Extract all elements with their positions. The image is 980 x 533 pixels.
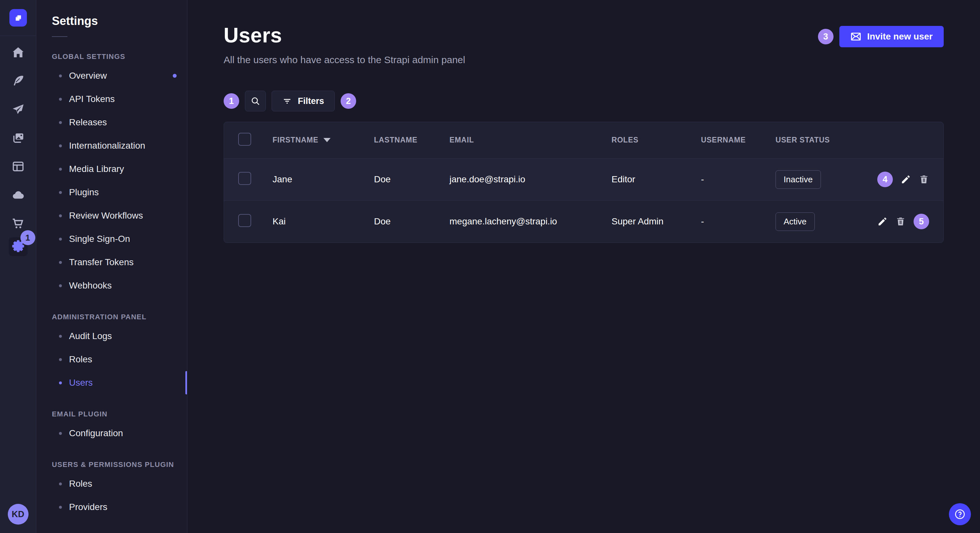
subnav-item-up-roles[interactable]: Roles: [36, 472, 187, 495]
bullet-dot: [59, 214, 62, 217]
subnav-item-admin-roles[interactable]: Roles: [36, 348, 187, 371]
help-question-icon: [954, 508, 966, 520]
delete-user-button[interactable]: [896, 216, 906, 227]
cell-username: -: [688, 159, 762, 200]
sort-caret-down-icon[interactable]: [323, 138, 331, 142]
subnav-item-audit-logs[interactable]: Audit Logs: [36, 324, 187, 348]
annotation-badge-1: 1: [224, 93, 239, 109]
content-manager-button[interactable]: [9, 160, 27, 173]
cell-roles: Editor: [598, 159, 688, 200]
annotation-badge-5: 5: [913, 214, 929, 229]
settings-subnav: Settings GLOBAL SETTINGS Overview API To…: [36, 0, 187, 533]
marketplace-button[interactable]: [9, 217, 27, 230]
cell-firstname: Jane: [259, 159, 361, 200]
annotation-badge-4: 4: [877, 171, 893, 187]
subnav-item-overview[interactable]: Overview: [36, 64, 187, 87]
filters-button[interactable]: Filters: [272, 90, 335, 111]
media-library-icon: [11, 131, 25, 145]
bullet-dot: [59, 261, 62, 264]
bullet-dot: [59, 335, 62, 338]
page-title: Users: [224, 23, 465, 47]
user-avatar[interactable]: KD: [8, 504, 29, 525]
filter-icon: [282, 96, 292, 106]
strapi-logo[interactable]: [10, 9, 27, 27]
column-header-lastname[interactable]: LASTNAME: [361, 122, 436, 159]
table-row-kai[interactable]: Kai Doe megane.lacheny@strapi.io Super A…: [224, 200, 943, 243]
trash-icon: [896, 216, 906, 227]
delete-user-button[interactable]: [919, 174, 929, 185]
pencil-icon: [877, 216, 888, 227]
feather-icon: [11, 74, 25, 88]
table-header-row: FIRSTNAME LASTNAME EMAIL ROLES USERNAME …: [224, 122, 943, 159]
column-header-email[interactable]: EMAIL: [436, 122, 598, 159]
row-checkbox[interactable]: [238, 172, 251, 185]
subnav-item-internationalization[interactable]: Internationalization: [36, 134, 187, 157]
section-header-global-settings: GLOBAL SETTINGS: [36, 52, 187, 61]
column-header-roles[interactable]: ROLES: [598, 122, 688, 159]
row-checkbox[interactable]: [238, 214, 251, 227]
bullet-dot: [59, 482, 62, 485]
overview-notification-dot: [173, 74, 177, 78]
search-icon: [250, 96, 260, 106]
column-header-firstname[interactable]: FIRSTNAME: [272, 136, 318, 144]
status-badge-active: Active: [775, 213, 815, 231]
bullet-dot: [59, 144, 62, 148]
home-icon: [11, 46, 25, 59]
media-library-button[interactable]: [9, 131, 27, 145]
bullet-dot: [59, 238, 62, 241]
help-button[interactable]: [949, 503, 971, 525]
trash-icon: [919, 174, 929, 185]
subnav-item-configuration[interactable]: Configuration: [36, 422, 187, 445]
section-header-users-permissions-plugin: USERS & PERMISSIONS PLUGIN: [36, 460, 187, 469]
users-table-card: FIRSTNAME LASTNAME EMAIL ROLES USERNAME …: [224, 122, 944, 243]
subnav-item-releases[interactable]: Releases: [36, 111, 187, 134]
main-content: Users All the users who have access to t…: [187, 0, 980, 533]
home-button[interactable]: [9, 46, 27, 59]
cell-lastname: Doe: [361, 200, 436, 243]
subnav-item-users-active[interactable]: Users: [36, 371, 187, 394]
page-subtitle: All the users who have access to the Str…: [224, 54, 465, 65]
envelope-icon: [850, 31, 861, 42]
bullet-dot: [59, 98, 62, 101]
subnav-item-review-workflows[interactable]: Review Workflows: [36, 204, 187, 227]
content-builder-button[interactable]: [9, 74, 27, 88]
bullet-dot: [59, 75, 62, 78]
status-badge-inactive: Inactive: [775, 170, 821, 189]
settings-notification-badge: 1: [21, 230, 35, 245]
cell-email: megane.lacheny@strapi.io: [436, 200, 598, 243]
subnav-title: Settings: [36, 0, 187, 28]
bullet-dot: [59, 432, 62, 435]
subnav-item-media-library[interactable]: Media Library: [36, 157, 187, 181]
invite-new-user-button[interactable]: Invite new user: [839, 26, 944, 47]
bullet-dot: [59, 358, 62, 361]
annotation-badge-3: 3: [818, 29, 834, 44]
subnav-item-plugins[interactable]: Plugins: [36, 181, 187, 204]
subnav-item-providers[interactable]: Providers: [36, 495, 187, 519]
cell-email: jane.doe@strapi.io: [436, 159, 598, 200]
layout-icon: [11, 160, 25, 173]
bullet-dot: [59, 121, 62, 124]
table-row-jane[interactable]: Jane Doe jane.doe@strapi.io Editor - Ina…: [224, 159, 943, 200]
rail-divider: [0, 36, 36, 36]
pencil-icon: [900, 174, 911, 185]
edit-user-button[interactable]: [877, 216, 888, 227]
subnav-item-transfer-tokens[interactable]: Transfer Tokens: [36, 251, 187, 274]
subnav-item-webhooks[interactable]: Webhooks: [36, 274, 187, 297]
main-nav-rail: 1 KD: [0, 0, 36, 533]
cart-icon: [11, 217, 25, 230]
select-all-checkbox[interactable]: [238, 133, 251, 146]
subnav-item-api-tokens[interactable]: API Tokens: [36, 87, 187, 111]
cloud-button[interactable]: [9, 188, 27, 202]
paper-plane-icon: [11, 103, 25, 116]
edit-user-button[interactable]: [900, 174, 911, 185]
cell-firstname: Kai: [259, 200, 361, 243]
deploy-button[interactable]: [9, 103, 27, 116]
column-header-username[interactable]: USERNAME: [688, 122, 762, 159]
column-header-user-status[interactable]: USER STATUS: [762, 122, 856, 159]
search-button[interactable]: [245, 90, 266, 111]
bullet-dot: [59, 191, 62, 194]
settings-button-active[interactable]: 1: [9, 237, 27, 256]
section-header-administration-panel: ADMINISTRATION PANEL: [36, 313, 187, 321]
subnav-item-single-sign-on[interactable]: Single Sign-On: [36, 227, 187, 251]
bullet-dot: [59, 284, 62, 287]
